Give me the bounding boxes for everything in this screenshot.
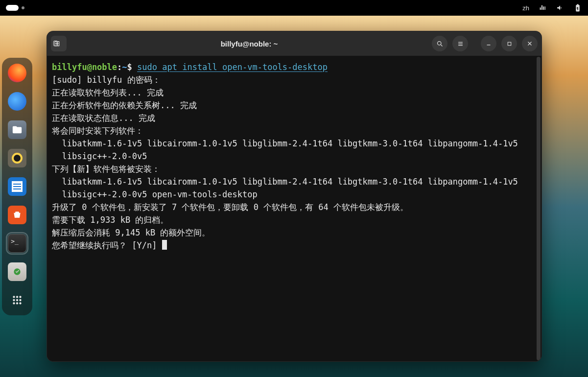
new-tab-button[interactable]: ⊞ — [51, 36, 67, 51]
output-line: 升级了 0 个软件包，新安装了 7 个软件包，要卸载 0 个软件包，有 64 个… — [52, 202, 408, 212]
workspace-indicator[interactable] — [6, 5, 24, 11]
dock-item-software[interactable] — [7, 205, 27, 225]
search-button[interactable] — [432, 36, 447, 51]
firefox-icon — [8, 64, 26, 82]
svg-point-2 — [19, 296, 21, 298]
prompt-dollar: $ — [127, 62, 132, 72]
top-bar: zh — [0, 0, 588, 16]
thunderbird-icon — [8, 92, 26, 111]
rhythmbox-icon — [8, 149, 26, 167]
dock: >_ — [2, 58, 32, 315]
window-titlebar[interactable]: ⊞ billyfu@noble: ~ — [47, 31, 541, 56]
close-button[interactable] — [522, 36, 538, 51]
window-title: billyfu@noble: ~ — [71, 40, 428, 48]
dock-item-rhythmbox[interactable] — [7, 148, 27, 168]
svg-point-6 — [13, 302, 15, 304]
output-line: libsigc++-2.0-0v5 open-vm-tools-desktop — [52, 189, 258, 199]
dock-item-writer[interactable] — [7, 176, 27, 197]
minimize-button[interactable] — [481, 36, 496, 51]
network-icon[interactable] — [538, 3, 547, 12]
svg-point-3 — [13, 299, 15, 301]
input-language-indicator[interactable]: zh — [522, 4, 529, 12]
files-icon — [8, 120, 26, 139]
volume-icon[interactable] — [556, 3, 564, 12]
terminal-icon: >_ — [8, 234, 26, 253]
svg-rect-13 — [508, 42, 511, 46]
prompt-user: billyfu@noble — [52, 62, 117, 72]
terminal-cursor — [162, 240, 167, 250]
maximize-button[interactable] — [501, 36, 517, 51]
output-line: 下列【新】软件包将被安装： — [52, 164, 160, 174]
terminal-body[interactable]: billyfu@noble:~$ sudo apt install open-v… — [47, 56, 541, 361]
dock-item-files[interactable] — [7, 119, 27, 140]
apps-grid-icon — [8, 291, 26, 309]
system-tray: zh — [522, 3, 582, 12]
svg-point-10 — [437, 41, 441, 45]
prompt-command: sudo apt install open-vm-tools-desktop — [137, 62, 328, 72]
power-icon[interactable] — [573, 3, 582, 12]
menu-button[interactable] — [452, 36, 468, 51]
svg-point-4 — [16, 299, 18, 301]
writer-icon — [8, 177, 26, 196]
dock-item-thunderbird[interactable] — [7, 91, 27, 112]
output-line: libatkmm-1.6-1v5 libcairomm-1.0-1v5 libg… — [52, 139, 518, 148]
prompt-path: ~ — [122, 62, 127, 72]
output-line: 正在读取状态信息... 完成 — [52, 113, 155, 123]
output-line: 将会同时安装下列软件： — [52, 126, 143, 136]
scroll-thumb[interactable] — [537, 57, 541, 360]
output-line: 您希望继续执行吗？ [Y/n] — [52, 240, 162, 250]
svg-point-1 — [16, 296, 18, 298]
dock-item-show-apps[interactable] — [7, 290, 27, 310]
output-line: [sudo] billyfu 的密码： — [52, 75, 161, 85]
output-line: 需要下载 1,933 kB 的归档。 — [52, 215, 168, 225]
output-line: 解压缩后会消耗 9,145 kB 的额外空间。 — [52, 228, 210, 237]
svg-point-0 — [13, 296, 15, 298]
output-line: libatkmm-1.6-1v5 libcairomm-1.0-1v5 libg… — [52, 177, 518, 187]
output-line: 正在读取软件包列表... 完成 — [52, 88, 164, 97]
terminal-scrollbar[interactable] — [537, 57, 541, 360]
dock-item-firefox[interactable] — [7, 63, 27, 83]
dock-item-trash[interactable] — [7, 261, 27, 282]
output-line: 正在分析软件包的依赖关系树... 完成 — [52, 100, 197, 110]
software-icon — [8, 206, 26, 224]
trash-icon — [8, 262, 26, 281]
svg-point-5 — [19, 299, 21, 301]
svg-point-7 — [16, 302, 18, 304]
svg-point-8 — [19, 302, 21, 304]
svg-line-11 — [441, 45, 442, 46]
output-line: libsigc++-2.0-0v5 — [52, 151, 147, 161]
dock-item-terminal[interactable]: >_ — [7, 233, 27, 254]
terminal-window: ⊞ billyfu@noble: ~ billyfu@noble:~$ sudo… — [47, 31, 542, 362]
prompt-sep: : — [117, 62, 122, 72]
activities-area[interactable] — [6, 5, 24, 11]
